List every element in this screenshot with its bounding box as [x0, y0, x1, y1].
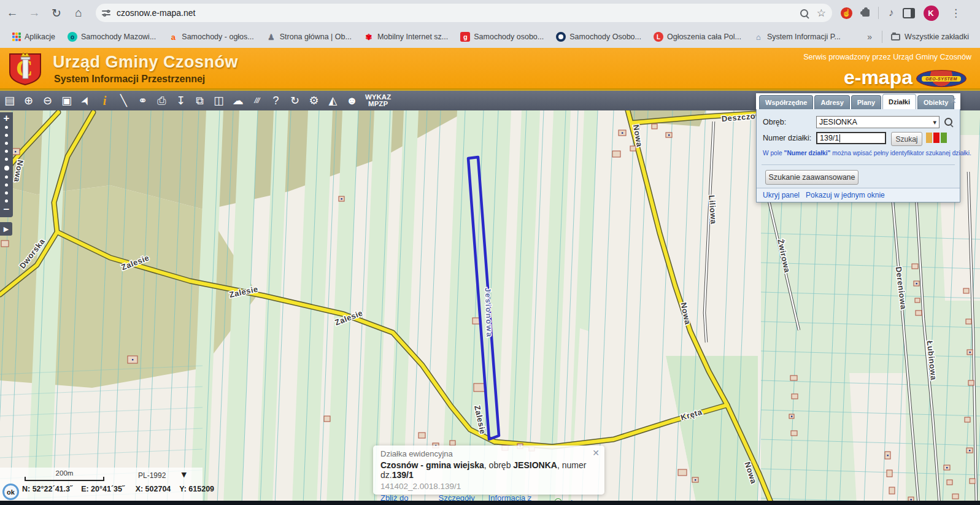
feedback-person-icon[interactable]: ☻ [342, 91, 361, 110]
single-window-link[interactable]: Pokazuj w jednym oknie [806, 191, 885, 199]
zoom-level-dot[interactable] [5, 191, 8, 195]
bookmark-item[interactable]: Aplikacje [12, 33, 55, 41]
bookmark-item[interactable]: oSamochody Mazowi... [68, 32, 156, 42]
address-bar[interactable]: czosnow.e-mapa.net ☆ [96, 4, 832, 22]
music-extension-icon[interactable]: ♪ [889, 7, 894, 19]
zoom-extent-icon[interactable]: ▣ [57, 91, 76, 110]
compare-windows-icon[interactable]: ⧉ [190, 91, 209, 110]
geo-system-logo: GEO-SYSTEM [916, 70, 966, 87]
toolbar-divider [878, 7, 879, 19]
search-icon[interactable] [800, 9, 808, 17]
crs-dropdown-icon[interactable]: ▾ [182, 469, 187, 480]
profile-avatar[interactable]: K [924, 6, 939, 21]
legend-color-swatches[interactable] [926, 133, 948, 143]
bookmark-label: Samochody - ogłos... [182, 33, 253, 41]
street-view-icon[interactable]: ↧ [171, 91, 190, 110]
bookmark-item[interactable]: ♟Strona główna | Ob... [266, 32, 352, 42]
zoom-level-current-dot[interactable] [4, 166, 9, 171]
home-icon[interactable]: ⌂ [69, 3, 88, 23]
bookmarks-divider [882, 31, 882, 43]
panel-close-icon[interactable]: ✕ [949, 96, 957, 106]
zoom-out-button[interactable]: − [4, 205, 10, 215]
tab-współrzędne[interactable]: Współrzędne [759, 95, 813, 109]
print-icon[interactable]: ⎙ [152, 91, 171, 110]
bookmarks-overflow-icon[interactable]: » [867, 32, 872, 42]
extensions-puzzle-icon[interactable] [862, 9, 870, 17]
adblock-icon[interactable]: ☝ [841, 7, 852, 19]
bookmark-star-icon[interactable]: ☆ [817, 7, 826, 20]
select-pointer-icon[interactable]: ➤ [73, 88, 98, 114]
site-header: C Urząd Gminy Czosnów System Informacji … [0, 48, 980, 90]
bookmark-label: Samochody Osobo... [569, 33, 641, 41]
bookmark-label: Mobilny Internet sz... [377, 33, 448, 41]
browser-toolbar: ← → ↻ ⌂ czosnow.e-mapa.net ☆ ☝ ♪ K ⋮ [0, 0, 980, 26]
tab-plany[interactable]: Plany [851, 95, 881, 109]
settings-gears-icon[interactable]: ⚙ [304, 91, 323, 110]
parcel-number-input[interactable]: 139/1 [816, 132, 886, 144]
bottom-edge-bar [0, 501, 980, 505]
zoom-level-dot[interactable] [5, 158, 8, 161]
application-window: ← → ↻ ⌂ czosnow.e-mapa.net ☆ ☝ ♪ K ⋮ Apl… [0, 0, 980, 505]
advanced-search-button[interactable]: Szukanie zaawansowane [765, 170, 858, 185]
back-icon[interactable]: ← [2, 3, 22, 23]
parcel-search-icon[interactable] [944, 118, 952, 126]
zoom-level-dot[interactable] [5, 142, 8, 145]
wykaz-mpzp-button[interactable]: WYKAZMPZP [365, 94, 391, 107]
zoom-level-dot[interactable] [5, 183, 8, 187]
layout-panels-icon[interactable]: ◫ [209, 91, 228, 110]
expand-left-panel-button[interactable]: ▶ [0, 222, 12, 236]
zoom-level-dot[interactable] [5, 199, 8, 202]
portal-title: Urząd Gminy Czosnów [53, 53, 238, 72]
tab-adresy[interactable]: Adresy [814, 95, 849, 109]
zoom-in-button[interactable]: + [4, 114, 10, 123]
portal-subtitle: System Informacji Przestrzennej [54, 74, 205, 85]
hide-panel-link[interactable]: Ukryj panel [763, 191, 800, 199]
obreb-label: Obręb: [763, 118, 786, 126]
tab-obiekty[interactable]: Obiekty [917, 95, 954, 109]
zoom-level-dot[interactable] [5, 134, 8, 137]
all-bookmarks-button[interactable]: Wszystkie zakładki [905, 33, 969, 41]
zoom-level-dot[interactable] [5, 126, 8, 129]
zoom-level-dot[interactable] [5, 150, 8, 153]
bookmark-item[interactable]: aSamochody - ogłos... [168, 32, 253, 42]
obreb-select[interactable]: JESIONKA▾ [816, 116, 939, 128]
site-info-icon[interactable] [102, 9, 110, 17]
layers-icon[interactable]: ▤ [0, 91, 19, 110]
zoom-slider-control[interactable]: + − [0, 112, 13, 217]
hatch-icon[interactable]: /// [247, 91, 266, 110]
identify-info-icon[interactable]: i [95, 91, 114, 110]
ok-button[interactable]: ok [2, 484, 19, 500]
bookmark-item[interactable]: ✾Mobilny Internet sz... [364, 32, 448, 42]
zoom-in-icon[interactable]: ⊕ [19, 91, 38, 110]
3d-view-icon[interactable]: ◭ [323, 91, 342, 110]
bookmark-item[interactable]: gSamochody osobo... [460, 32, 544, 42]
url-text[interactable]: czosnow.e-mapa.net [117, 8, 800, 18]
zoom-level-dot[interactable] [5, 175, 8, 179]
chrome-menu-icon[interactable]: ⋮ [946, 3, 966, 23]
help-icon[interactable]: ? [266, 91, 285, 110]
reload-icon[interactable]: ↻ [47, 3, 66, 23]
bookmarks-bar: AplikacjeoSamochody Mazowi...aSamochody … [0, 26, 980, 48]
popup-close-icon[interactable]: ✕ [592, 448, 600, 458]
tab-działki[interactable]: Działki [882, 94, 916, 109]
folder-icon [891, 34, 900, 40]
popup-parcel-description: Czosnów - gmina wiejska, obręb JESIONKA,… [380, 460, 597, 480]
parcel-info-popup: ✕ Działka ewidencyjna Czosnów - gmina wi… [373, 445, 604, 495]
gmina-crest-logo: C [6, 50, 44, 86]
forward-icon[interactable]: → [25, 3, 44, 23]
link-icon[interactable]: ⚭ [133, 91, 152, 110]
zoom-out-icon[interactable]: ⊖ [38, 91, 57, 110]
bookmark-item[interactable]: LOgłoszenia cała Pol... [654, 32, 741, 42]
services-cloud-icon[interactable]: ↻ [285, 91, 304, 110]
bookmark-item[interactable]: Samochody Osobo... [556, 32, 641, 42]
side-panel-icon[interactable] [903, 8, 915, 18]
bookmark-favicon: ⌂ [754, 32, 763, 42]
szukaj-button[interactable]: Szukaj [891, 132, 922, 146]
measure-icon[interactable]: ╲ [114, 91, 133, 110]
area-shape-icon[interactable]: ☁ [228, 91, 247, 110]
panel-tabs: WspółrzędneAdresyPlanyDziałkiObiekty ✕ [756, 93, 960, 109]
bookmark-favicon: o [68, 32, 77, 42]
bookmark-item[interactable]: ⌂System Informacji P... [754, 32, 841, 42]
search-panel: WspółrzędneAdresyPlanyDziałkiObiekty ✕ O… [756, 93, 960, 202]
dzialki-tab-content: Obręb: JESIONKA▾ Numer działki: 139/1 Sz… [756, 109, 960, 202]
